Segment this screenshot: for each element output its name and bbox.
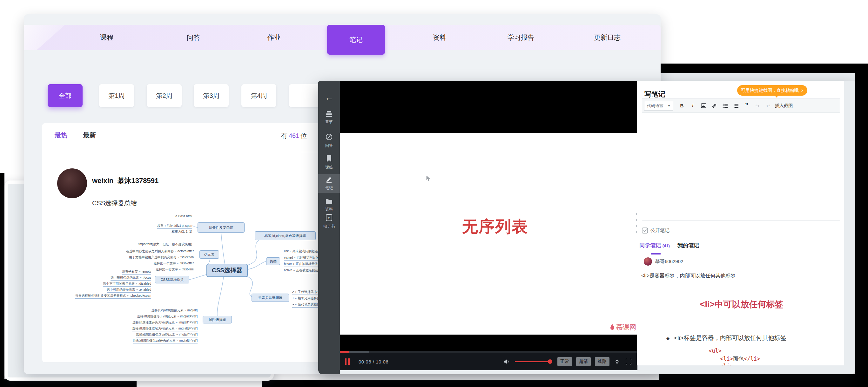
sidebar-item-folder[interactable]: 资料 bbox=[318, 196, 340, 214]
page: { "colors": { "accent":"#8a42e8", "accen… bbox=[0, 0, 868, 387]
sort-tab-hot[interactable]: 最热 bbox=[55, 131, 67, 140]
video-player[interactable]: 无序列表 慕课网 00:06 / 10:06 bbox=[340, 81, 638, 370]
numbered-list-button[interactable] bbox=[731, 101, 741, 111]
filter-button[interactable]: 第4周 bbox=[241, 84, 276, 107]
nav-tab[interactable]: 学习报告 bbox=[507, 25, 534, 50]
mindmap-leaf-text: id class html bbox=[175, 214, 192, 218]
sidebar-item-chapters[interactable]: 章节 bbox=[318, 109, 340, 127]
nav-tab[interactable]: 课程 bbox=[100, 25, 113, 50]
sidebar-item-ebook[interactable]: e电子书 bbox=[318, 212, 340, 231]
mindmap-leaf-text: !important(最大，但是一般不建议使用) bbox=[138, 242, 192, 247]
settings-gear-icon[interactable] bbox=[614, 358, 620, 365]
numbered-list-icon bbox=[733, 103, 739, 108]
ebook-icon: e bbox=[326, 214, 332, 222]
volume-slider[interactable] bbox=[515, 361, 550, 362]
insert-screenshot-button[interactable]: 插入截图 bbox=[775, 103, 793, 109]
pause-button[interactable] bbox=[345, 358, 350, 365]
active-tab-underline bbox=[651, 253, 661, 255]
code-line: <ul> bbox=[709, 348, 721, 354]
italic-button[interactable]: I bbox=[687, 101, 698, 111]
backdrop-bottom-band-right bbox=[659, 374, 868, 387]
sidebar-item-qa[interactable]: 问答 bbox=[318, 131, 340, 150]
backdrop-left-strip bbox=[0, 173, 4, 387]
image-button[interactable] bbox=[698, 101, 709, 111]
video-time: 00:06 / 10:06 bbox=[359, 359, 389, 364]
course-tabbar: 课程问答作业笔记资料学习报告更新日志 bbox=[24, 25, 661, 50]
player-sidebar: ← 章节问答课签笔记资料e电子书 bbox=[318, 81, 340, 374]
nav-tab[interactable]: 问答 bbox=[187, 25, 200, 50]
volume-knob[interactable] bbox=[548, 359, 552, 364]
note-title[interactable]: CSS选择器总结 bbox=[92, 199, 137, 207]
avatar[interactable] bbox=[57, 169, 87, 198]
tab-my-notes[interactable]: 我的笔记 bbox=[677, 242, 699, 249]
pause-bar bbox=[345, 358, 346, 365]
mindmap-node: 伪元素 bbox=[199, 250, 219, 259]
mindmap-leaf-text: 没有子标签 ∘ :empty bbox=[122, 269, 151, 274]
mindmap-node: 层叠性及复杂度 bbox=[197, 222, 245, 233]
backdrop-bottom-band-mid bbox=[262, 380, 675, 387]
volume-icon[interactable] bbox=[503, 358, 510, 365]
sort-tab-new[interactable]: 最新 bbox=[83, 131, 96, 140]
mindmap-leaf-text: 选择第一个文字 ∘ :first-letter bbox=[154, 261, 194, 266]
nav-tab[interactable]: 资料 bbox=[433, 25, 446, 50]
imooc-watermark: 慕课网 bbox=[610, 323, 636, 332]
quality-button[interactable]: 超清 bbox=[576, 357, 591, 366]
diamond-bullet-icon: ◆ bbox=[666, 336, 670, 340]
speed-button[interactable]: 正常 bbox=[557, 357, 572, 366]
nav-tab[interactable]: 作业 bbox=[268, 25, 281, 50]
sidebar-item-label: 问答 bbox=[325, 143, 333, 148]
undo-button[interactable]: ↩ bbox=[763, 101, 774, 111]
sidebar-item-note-pencil[interactable]: 笔记 bbox=[318, 174, 340, 193]
sidebar-item-label: 资料 bbox=[325, 207, 333, 212]
nav-tab[interactable]: 更新日志 bbox=[594, 25, 621, 50]
svg-text:e: e bbox=[328, 215, 330, 220]
code-language-select[interactable]: 代码语言 ▼ bbox=[644, 101, 673, 111]
write-note-title: 写笔记 bbox=[644, 90, 665, 99]
qa-icon bbox=[326, 133, 333, 142]
bullet-list-button[interactable] bbox=[720, 101, 731, 111]
tabbar-sheen bbox=[24, 25, 78, 50]
notes-stats: 有461位 bbox=[281, 131, 307, 140]
video-slide: 无序列表 慕课网 bbox=[340, 133, 638, 334]
note-pencil-icon bbox=[326, 176, 333, 184]
filter-button[interactable]: 第2周 bbox=[147, 84, 182, 107]
note-screenshot-bullet: ◆ <li>标签是容器，内部可以放任何其他标签 bbox=[666, 334, 786, 342]
editor-toolbar: 代码语言 ▼ B I ” ↪ ↩ bbox=[642, 99, 840, 113]
mindmap-node: CSS选择器 bbox=[207, 264, 248, 277]
redo-button[interactable]: ↪ bbox=[752, 101, 763, 111]
bold-button[interactable]: B bbox=[677, 101, 687, 111]
mouse-cursor-icon bbox=[426, 175, 431, 181]
note-author[interactable]: weixin_慕沐1378591 bbox=[92, 176, 158, 185]
sidebar-item-bookmark[interactable]: 课签 bbox=[318, 153, 340, 172]
back-button[interactable]: ← bbox=[318, 91, 340, 104]
sidebar-item-label: 章节 bbox=[325, 119, 333, 125]
mindmap-leaf-text: 选择第一行文字 ∘ :first-line bbox=[156, 267, 194, 272]
folder-icon bbox=[326, 198, 333, 205]
quote-button[interactable]: ” bbox=[741, 101, 752, 111]
chapters-icon bbox=[326, 111, 333, 118]
tab-classmates-notes[interactable]: 同学笔记 (41) bbox=[639, 242, 670, 249]
filter-button[interactable]: 全部 bbox=[48, 84, 83, 107]
mindmap-leaf-text: 选中不可用的表单元素 ∘ :disabled bbox=[103, 281, 151, 287]
code-line: <li>面包</li> bbox=[720, 355, 760, 362]
filter-button[interactable]: 第1周 bbox=[99, 84, 134, 107]
public-note-checkbox[interactable]: 公开笔记 bbox=[642, 228, 670, 234]
backdrop-right-column bbox=[855, 64, 868, 387]
note-user-name[interactable]: 慕哥6062902 bbox=[655, 259, 683, 265]
flame-icon bbox=[610, 324, 615, 331]
nav-tab-active[interactable]: 笔记 bbox=[327, 25, 385, 55]
filter-button[interactable]: 第3周 bbox=[194, 84, 229, 107]
link-button[interactable] bbox=[709, 101, 720, 111]
video-controls-bar: 00:06 / 10:06 正常 超清 线路 bbox=[340, 353, 638, 370]
note-user-avatar[interactable] bbox=[644, 257, 652, 266]
mindmap-node: 元素关系选择器 bbox=[252, 294, 289, 302]
badge-close-icon[interactable]: × bbox=[801, 88, 804, 93]
sidebar-item-label: 课签 bbox=[325, 165, 333, 170]
classmates-notes-count: (41) bbox=[662, 243, 670, 248]
notes-panel: 写笔记 可用快捷键截图，直接粘贴哦 × 代码语言 ▼ B I bbox=[637, 81, 844, 365]
note-screenshot-heading: <li>中可以放任何标签 bbox=[684, 299, 799, 310]
fullscreen-icon[interactable] bbox=[625, 358, 632, 365]
note-input[interactable] bbox=[642, 113, 840, 220]
line-button[interactable]: 线路 bbox=[595, 357, 610, 366]
mindmap-leaf-text: 选择att属性值结尾为val的元素 ∘ img[alt$='val'] bbox=[132, 326, 197, 331]
